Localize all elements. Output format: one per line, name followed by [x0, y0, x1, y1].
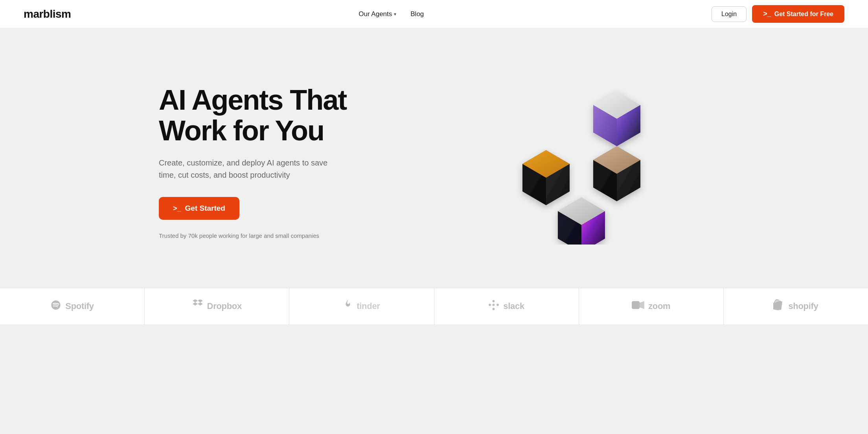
svg-rect-16	[493, 308, 495, 310]
chevron-down-icon: ▾	[394, 11, 396, 17]
zoom-icon	[632, 300, 644, 312]
hero-subtitle: Create, customize, and deploy AI agents …	[159, 157, 332, 181]
svg-rect-12	[489, 304, 491, 306]
logo-dropbox: Dropbox	[145, 288, 289, 324]
svg-rect-14	[493, 304, 495, 306]
tinder-label: tinder	[357, 301, 380, 311]
logos-bar: Spotify Dropbox tinder slack zoom shopif…	[0, 288, 868, 324]
hero-content: AI Agents That Work for You Create, cust…	[159, 28, 709, 288]
get-started-hero-button[interactable]: >_ Get Started	[159, 197, 239, 220]
navbar: marblism Our Agents ▾ Blog Login >_ Get …	[0, 0, 868, 28]
site-logo[interactable]: marblism	[24, 8, 71, 20]
prompt-icon: >_	[763, 10, 771, 18]
zoom-label: zoom	[648, 301, 670, 311]
logo-slack: slack	[434, 288, 579, 324]
svg-rect-15	[497, 304, 499, 306]
svg-rect-13	[493, 300, 495, 302]
nav-blog[interactable]: Blog	[410, 10, 424, 18]
svg-rect-17	[632, 301, 640, 309]
nav-actions: Login >_ Get Started for Free	[712, 5, 844, 23]
get-started-nav-button[interactable]: >_ Get Started for Free	[752, 5, 844, 23]
hero-illustration	[462, 68, 709, 256]
logo-zoom: zoom	[579, 288, 724, 324]
nav-our-agents[interactable]: Our Agents ▾	[359, 10, 396, 18]
prompt-icon-hero: >_	[173, 204, 181, 213]
logo-shopify: shopify	[724, 288, 868, 324]
hero-title: AI Agents That Work for You	[159, 85, 387, 146]
cubes-svg	[503, 79, 668, 245]
logo-tinder: tinder	[289, 288, 434, 324]
logo-spotify: Spotify	[0, 288, 145, 324]
login-button[interactable]: Login	[712, 6, 747, 22]
hero-trust-text: Trusted by 70k people working for large …	[159, 232, 387, 239]
spotify-label: Spotify	[65, 301, 94, 311]
tinder-icon	[343, 300, 353, 313]
dropbox-icon	[192, 300, 203, 313]
svg-marker-18	[640, 301, 644, 309]
hero-section: AI Agents That Work for You Create, cust…	[0, 28, 868, 288]
spotify-icon	[50, 300, 61, 313]
hero-left: AI Agents That Work for You Create, cust…	[159, 85, 387, 239]
slack-icon	[488, 300, 499, 313]
shopify-label: shopify	[788, 301, 818, 311]
dropbox-label: Dropbox	[207, 301, 242, 311]
shopify-icon	[773, 299, 784, 313]
slack-label: slack	[503, 301, 524, 311]
nav-links: Our Agents ▾ Blog	[359, 10, 424, 18]
